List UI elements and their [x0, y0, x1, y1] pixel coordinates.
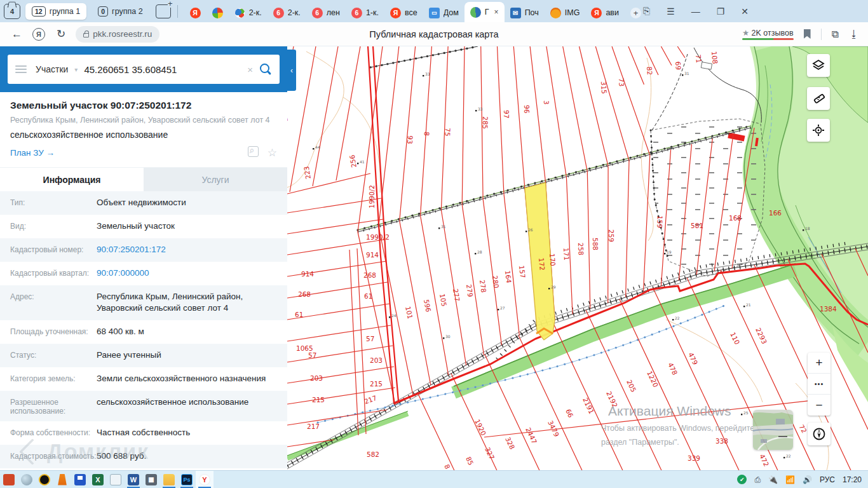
chevron-down-icon[interactable]: ▾	[74, 66, 78, 73]
tabbar-divider	[177, 5, 178, 18]
wifi-icon[interactable]: 📶	[785, 475, 795, 484]
taskbar-app-floppy[interactable]	[71, 471, 89, 488]
row-label: Площадь уточненная:	[0, 326, 97, 336]
row-value: Объект недвижимости	[97, 197, 287, 209]
panel-collapse-button[interactable]: ‹	[287, 50, 296, 91]
parcel-label-159: 159	[656, 215, 664, 228]
volume-icon[interactable]: 🔊	[803, 475, 812, 484]
survey-point-label: 31	[441, 224, 446, 229]
search-category-select[interactable]: Участки	[36, 64, 68, 74]
minimize-button[interactable]: —	[691, 6, 700, 17]
browser-tab-2-к.-2[interactable]: 2-к.	[229, 3, 268, 22]
defender-shield-icon[interactable]: ✔	[737, 475, 747, 484]
menu-burger-icon[interactable]	[15, 65, 27, 73]
bookmarks-panel-icon[interactable]: ⎘	[643, 6, 650, 17]
reload-icon[interactable]: ↻	[57, 27, 65, 41]
menu-icon[interactable]: ☰	[667, 6, 675, 17]
url-field[interactable]: pkk.rosreestr.ru	[76, 26, 159, 43]
survey-point-label: 24	[391, 313, 397, 318]
parcel-label-215: 215	[370, 380, 383, 388]
row-value[interactable]: 90:07:000000	[97, 268, 287, 280]
ybrowser-icon	[199, 474, 210, 485]
taskbar-app-ps[interactable]	[178, 471, 196, 488]
reviews-badge[interactable]: ★ 2K отзывов	[742, 28, 794, 40]
parcel-label-285: 285	[482, 116, 489, 129]
excel-icon	[92, 474, 104, 485]
zoom-in-button[interactable]: +	[808, 353, 831, 374]
survey-point	[498, 309, 499, 310]
compass-icon	[812, 427, 826, 441]
language-indicator[interactable]: РУС	[820, 475, 835, 484]
browser-tab-Дом-7[interactable]: Дом	[423, 3, 465, 22]
usb-icon[interactable]: ⎙	[754, 475, 761, 484]
tab-group-1[interactable]: 12 группа 1	[25, 3, 86, 20]
back-icon[interactable]: ←	[11, 28, 22, 41]
clock[interactable]: 17:20	[843, 475, 862, 484]
url-text: pkk.rosreestr.ru	[93, 29, 152, 39]
compass-button[interactable]	[808, 423, 831, 445]
yandex-button-icon[interactable]: Я	[32, 28, 45, 41]
close-button[interactable]: ✕	[741, 6, 749, 17]
parcel-label-582: 582	[367, 451, 379, 458]
system-tray: ✔ ⎙ 🔌 📶 🔊 РУС 17:20	[737, 475, 868, 484]
browser-tab-IMG-10[interactable]: IMG	[545, 3, 586, 22]
taskbar-app-ppt[interactable]	[0, 471, 18, 488]
browser-tab-1-к.-5[interactable]: 1-к.	[346, 3, 384, 22]
survey-point-label: 26	[528, 227, 533, 232]
measure-button[interactable]	[807, 87, 830, 110]
layers-button[interactable]	[807, 54, 830, 77]
battery-icon[interactable]: 🔌	[768, 475, 778, 484]
bookmark-flag-icon[interactable]	[804, 29, 811, 39]
browser-tab-все-6[interactable]: все	[384, 3, 423, 22]
table-row-8: Разрешенное использование:сельскохозяйст…	[0, 391, 287, 421]
taskbar-app-folder[interactable]	[160, 471, 178, 488]
survey-point	[743, 306, 745, 307]
survey-point-label: 27	[500, 306, 505, 310]
monitor-icon	[429, 8, 440, 18]
browser-tab-лен-4[interactable]: лен	[306, 3, 346, 22]
plan-zu-link[interactable]: План ЗУ →	[10, 148, 55, 158]
tab-information[interactable]: Информация	[0, 168, 144, 191]
taskbar-app-sphere[interactable]	[18, 471, 36, 488]
tab-home-button[interactable]: 4	[4, 4, 20, 19]
tab-group-2[interactable]: 0 группа 2	[92, 3, 149, 20]
download-icon[interactable]: ⭳	[849, 29, 859, 40]
table-row-2: Кадастровый номер:90:07:250201:172	[0, 238, 287, 262]
taskbar-app-excel[interactable]	[89, 471, 107, 488]
taskbar-app-aimp[interactable]	[36, 471, 53, 488]
collections-icon[interactable]: ⧉	[832, 29, 839, 40]
zoom-out-button[interactable]: −	[808, 395, 831, 416]
browser-tab-pinwheel-1[interactable]	[207, 3, 229, 22]
search-icon[interactable]	[259, 63, 272, 76]
cadastral-map[interactable]: 9387528597963315738269711081015961052772…	[287, 46, 868, 488]
minimap-thumbnail[interactable]	[753, 410, 793, 450]
browser-tab-Поч-9[interactable]: Поч	[505, 3, 545, 22]
taskbar-app-calc[interactable]	[142, 471, 160, 488]
row-value[interactable]: 90:07:250201:172	[97, 244, 287, 256]
browser-tab-Г-8[interactable]: Г×	[465, 2, 505, 22]
taskbar-app-word[interactable]	[125, 471, 142, 488]
tab-services[interactable]: Услуги	[144, 168, 287, 191]
group2-count: 0	[98, 6, 108, 17]
browser-tab-yandex-0[interactable]	[184, 3, 207, 22]
taskbar-app-notepad[interactable]	[107, 471, 125, 488]
browser-tab-2-к.-3[interactable]: 2-к.	[268, 3, 306, 22]
taskbar-app-ybrowser[interactable]	[196, 471, 214, 488]
badge6-icon	[273, 8, 284, 18]
doc-search-icon[interactable]	[248, 146, 259, 157]
tab-close-icon[interactable]: ×	[494, 8, 499, 17]
row-label: Статус:	[0, 349, 97, 360]
new-tab-group-icon[interactable]	[156, 4, 171, 18]
maximize-button[interactable]: ❐	[717, 6, 725, 17]
zoom-more-button[interactable]: •••	[808, 374, 831, 395]
survey-point	[313, 148, 314, 149]
taskbar-app-vlc[interactable]	[53, 471, 71, 488]
locate-button[interactable]	[807, 119, 830, 142]
search-input[interactable]	[84, 64, 241, 75]
parcel-label-57: 57	[308, 351, 316, 359]
browser-tab-ави-11[interactable]: ави	[585, 3, 625, 22]
result-card: Земельный участок 90:07:250201:172 Респу…	[0, 92, 287, 165]
favorite-star-icon[interactable]: ☆	[268, 146, 277, 159]
layers-icon	[812, 59, 825, 72]
clear-search-icon[interactable]: ×	[247, 64, 253, 75]
